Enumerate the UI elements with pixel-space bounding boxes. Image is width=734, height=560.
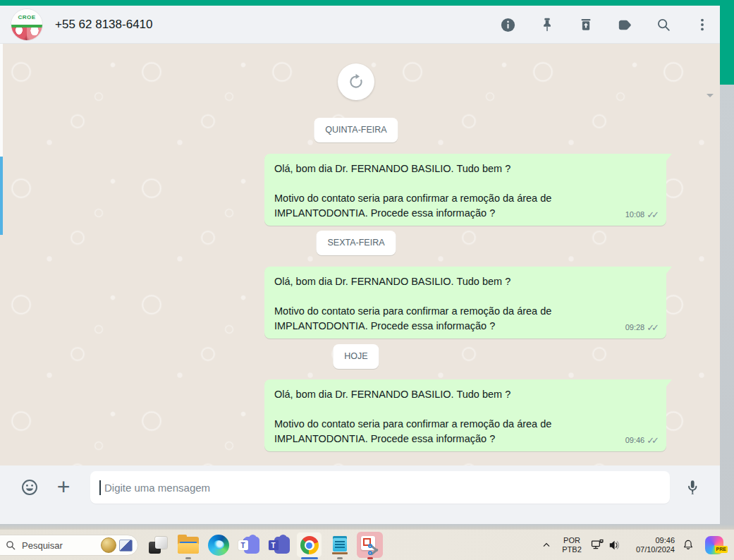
network-volume-button[interactable] [587,538,624,552]
refresh-button[interactable] [338,63,374,100]
avatar-logo-band: CROE [11,9,42,25]
date-divider: HOJE [333,344,379,369]
avatar-smile-right [27,28,42,40]
composer-bar: + [0,465,720,524]
language-indicator[interactable]: POR PTB2 [556,536,587,554]
system-tray: POR PTB2 09:46 07/10/2024 [537,530,728,560]
background-window-strip [720,6,734,85]
file-explorer-icon [178,537,199,554]
message-line: Motivo do contato seria para confirmar a… [274,417,656,432]
file-explorer-button[interactable] [173,530,203,560]
message-time: 09:46 [625,433,645,448]
avatar[interactable]: CROE [11,9,42,40]
taskbar-search-input[interactable] [22,540,92,551]
message-time: 09:28 [625,320,645,335]
avatar-logo-text: CROE [18,14,35,20]
clock[interactable]: 09:46 07/10/2024 [624,536,676,554]
message-line: IMPLANTODONTIA. Procede essa informação … [274,432,656,446]
message-meta: 09:28 ✓✓ [625,320,659,335]
bubble-tail [666,379,672,386]
emoji-icon [20,478,39,497]
teams-icon: T [269,536,290,554]
delivered-ticks-icon: ✓✓ [647,433,659,448]
background-window-sliver [0,44,3,157]
label-button[interactable] [605,6,644,44]
emoji-button[interactable] [20,478,39,497]
chrome-icon [300,536,319,554]
notepad-button[interactable] [324,530,355,560]
edge-button[interactable] [203,530,233,560]
taskbar-search[interactable] [0,535,138,556]
edge-icon [208,535,229,556]
screen: CROE +55 62 8138-6410 [0,0,734,560]
message-meta: 09:46 ✓✓ [625,433,659,448]
teams-classic-button[interactable]: T [233,530,264,560]
chrome-button[interactable] [294,530,324,560]
tray-date: 07/10/2024 [636,545,675,554]
notepad-icon [332,536,348,554]
window-bottom-edge [0,524,734,529]
scrollbar-arrow-icon[interactable] [707,94,714,97]
info-icon [500,17,516,33]
bubble-tail [666,154,672,161]
notifications-button[interactable] [676,539,700,552]
voice-message-button[interactable] [683,477,702,497]
active-indicator [301,557,318,559]
label-icon [616,17,632,33]
tray-overflow-button[interactable] [537,540,556,551]
avatar-photo [11,28,42,40]
running-indicator [185,557,191,559]
taskbar-apps: T T [142,530,385,560]
chevron-up-icon [541,540,552,551]
message-line: IMPLANTODONTIA. Procede essa informação … [274,319,656,334]
copilot-button[interactable]: PRE [700,536,728,554]
teams-classic-icon: T [238,536,259,554]
info-button[interactable] [489,6,527,44]
taskbar: T T [0,529,734,560]
snipping-tool-button[interactable] [355,530,385,560]
message-line: IMPLANTODONTIA. Procede essa informação … [274,206,656,221]
outgoing-message[interactable]: Olá, bom dia Dr. FERNANDO BASILIO. Tudo … [264,267,666,339]
archive-button[interactable] [566,6,605,44]
search-button[interactable] [644,6,683,44]
search-highlight-box-icon [119,540,133,552]
snipping-tool-icon [361,536,379,554]
menu-icon [695,17,710,32]
network-icon [590,538,604,552]
message-time: 10:08 [625,207,645,222]
outgoing-message[interactable]: Olá, bom dia Dr. FERNANDO BASILIO. Tudo … [264,379,666,451]
background-desktop-strip [720,85,734,524]
task-view-button[interactable] [142,530,173,560]
outgoing-message[interactable]: Olá, bom dia Dr. FERNANDO BASILIO. Tudo … [264,154,666,226]
search-icon [5,540,16,551]
pin-button[interactable] [527,6,566,44]
archive-icon [578,17,594,32]
message-line: Motivo do contato seria para confirmar a… [274,191,656,206]
chat-title-phone[interactable]: +55 62 8138-6410 [55,6,153,44]
task-view-icon [149,537,167,554]
menu-button[interactable] [683,6,721,44]
teams-button[interactable]: T [264,530,294,560]
message-input[interactable] [90,471,670,504]
message-line: Olá, bom dia Dr. FERNANDO BASILIO. Tudo … [274,162,656,176]
avatar-smile-left [11,28,27,40]
attach-button[interactable]: + [54,475,73,499]
pin-icon [539,17,555,32]
refresh-icon [347,73,365,91]
background-window-sliver-blue [0,157,3,235]
tray-time: 09:46 [655,536,675,545]
search-icon [656,17,671,32]
date-divider: QUINTA-FEIRA [314,118,398,142]
copilot-preview-badge: PRE [715,546,728,553]
message-meta: 10:08 ✓✓ [625,207,659,222]
window-accent-bar [0,0,734,6]
date-divider: SEXTA-FEIRA [316,231,396,255]
search-highlight-medal-icon [101,537,116,553]
language-line2: PTB2 [562,545,582,554]
header-actions [489,6,721,44]
plus-icon: + [57,475,71,498]
delivered-ticks-icon: ✓✓ [647,320,659,335]
recording-indicator [367,557,373,559]
chat-background: QUINTA-FEIRA Olá, bom dia Dr. FERNANDO B… [0,44,720,465]
message-line: Olá, bom dia Dr. FERNANDO BASILIO. Tudo … [274,274,656,289]
